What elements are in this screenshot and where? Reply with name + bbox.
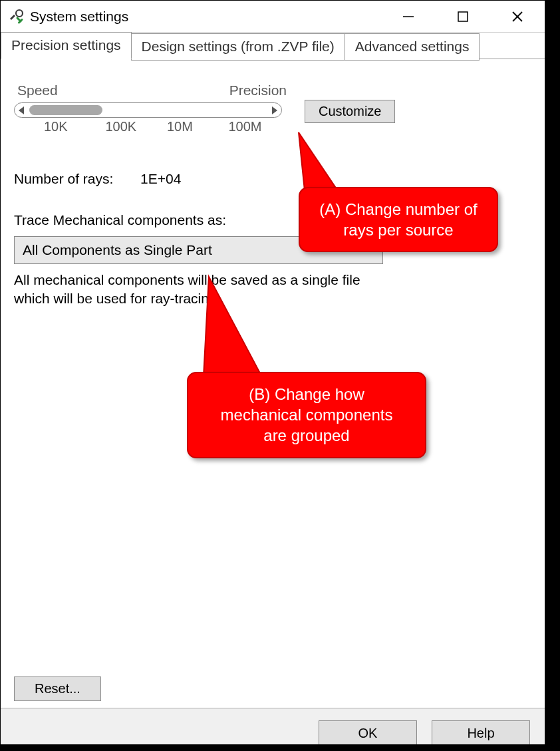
help-button[interactable]: Help [432,720,530,747]
chevron-down-icon [368,248,374,252]
window-title: System settings [30,9,128,25]
maximize-button[interactable] [436,1,490,33]
dropdown-selected-value: All Components as Single Part [23,242,212,258]
svg-rect-3 [458,12,468,21]
svg-rect-1 [18,11,21,12]
tab-precision-settings[interactable]: Precision settings [1,32,132,59]
tick-100k: 100K [106,119,168,134]
slider-left-label: Speed [17,82,58,98]
customize-button[interactable]: Customize [305,100,395,123]
tick-10m: 10M [167,119,229,134]
tab-row: Precision settings Design settings (from… [1,32,545,59]
slider-thumb[interactable] [29,105,102,115]
close-button[interactable] [490,1,545,33]
slider-arrow-left-icon [19,106,24,114]
titlebar: System settings [1,1,545,33]
tab-design-settings[interactable]: Design settings (from .ZVP file) [131,33,345,61]
reset-button[interactable]: Reset... [14,676,101,701]
ok-button[interactable]: OK [319,720,417,747]
minimize-button[interactable] [381,1,436,33]
trace-components-description: All mechanical components will be saved … [14,271,373,309]
callout-b: (B) Change how mechanical components are… [187,372,426,458]
tick-10k: 10K [44,119,106,134]
num-rays-label: Number of rays: [14,171,140,187]
num-rays-value: 1E+04 [140,171,181,187]
app-icon [7,8,25,25]
trace-components-dropdown[interactable]: All Components as Single Part [14,236,383,264]
tab-advanced-settings[interactable]: Advanced settings [345,33,480,61]
precision-slider[interactable] [14,102,282,118]
decoration-right [545,0,560,744]
svg-marker-6 [299,132,335,197]
slider-arrow-right-icon [272,106,277,114]
slider-right-label: Precision [229,82,287,98]
decoration-bottom [0,744,560,751]
trace-components-label: Trace Mechanical components as: [14,212,531,228]
tick-100m: 100M [229,119,291,134]
slider-ticks: 10K 100K 10M 100M [44,119,290,134]
